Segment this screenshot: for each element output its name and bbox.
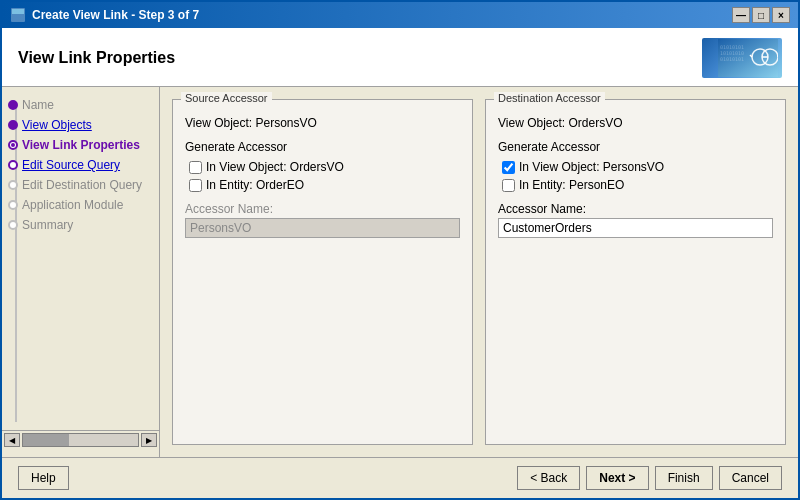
header-graphic: 01010101 10101010 01010101 bbox=[702, 38, 782, 78]
svg-rect-1 bbox=[12, 9, 24, 14]
finish-button[interactable]: Finish bbox=[655, 466, 713, 490]
sidebar-scrollbar-track[interactable] bbox=[22, 433, 139, 447]
footer-left: Help bbox=[18, 466, 69, 490]
source-accessor-name-input[interactable] bbox=[185, 218, 460, 238]
source-view-object-label: View Object: PersonsVO bbox=[185, 116, 460, 130]
sidebar-bullet-summary bbox=[8, 220, 18, 230]
title-bar-left: Create View Link - Step 3 of 7 bbox=[10, 7, 199, 23]
sidebar-bullet-view-objects bbox=[8, 120, 18, 130]
destination-generate-label: Generate Accessor bbox=[498, 140, 773, 154]
destination-checkbox2-row: In Entity: PersonEO bbox=[498, 178, 773, 192]
source-checkbox1[interactable] bbox=[189, 161, 202, 174]
sidebar-scrollbar-thumb[interactable] bbox=[23, 434, 69, 446]
source-checkbox2[interactable] bbox=[189, 179, 202, 192]
source-accessor-content: View Object: PersonsVO Generate Accessor… bbox=[173, 100, 472, 250]
sidebar-scroll-right-button[interactable]: ▶ bbox=[141, 433, 157, 447]
back-button[interactable]: < Back bbox=[517, 466, 580, 490]
destination-view-object-label: View Object: OrdersVO bbox=[498, 116, 773, 130]
sidebar-item-view-objects[interactable]: View Objects bbox=[2, 115, 159, 135]
source-checkbox1-row: In View Object: OrdersVO bbox=[185, 160, 460, 174]
source-accessor-name-label: Accessor Name: bbox=[185, 202, 460, 216]
source-accessor-panel: Source Accessor View Object: PersonsVO G… bbox=[172, 99, 473, 445]
destination-accessor-title: Destination Accessor bbox=[494, 92, 605, 104]
sidebar-item-view-link-properties: View Link Properties bbox=[2, 135, 159, 155]
sidebar-item-edit-source-query[interactable]: Edit Source Query bbox=[2, 155, 159, 175]
page-header: View Link Properties 01010101 10101010 0… bbox=[2, 28, 798, 87]
main-content: Source Accessor View Object: PersonsVO G… bbox=[160, 87, 798, 457]
destination-checkbox1-label: In View Object: PersonsVO bbox=[519, 160, 664, 174]
source-checkbox1-label: In View Object: OrdersVO bbox=[206, 160, 344, 174]
sidebar-bullet-application-module bbox=[8, 200, 18, 210]
svg-text:01010101: 01010101 bbox=[720, 56, 744, 62]
next-button[interactable]: Next > bbox=[586, 466, 648, 490]
destination-checkbox2[interactable] bbox=[502, 179, 515, 192]
destination-accessor-name-input[interactable] bbox=[498, 218, 773, 238]
sidebar-item-edit-destination-query: Edit Destination Query bbox=[2, 175, 159, 195]
destination-checkbox1[interactable] bbox=[502, 161, 515, 174]
footer-right: < Back Next > Finish Cancel bbox=[517, 466, 782, 490]
destination-checkbox2-label: In Entity: PersonEO bbox=[519, 178, 624, 192]
title-bar: Create View Link - Step 3 of 7 — □ × bbox=[2, 2, 798, 28]
sidebar-scroll: ◀ ▶ bbox=[2, 431, 159, 449]
destination-checkbox1-row: In View Object: PersonsVO bbox=[498, 160, 773, 174]
sidebar-scroll-left-button[interactable]: ◀ bbox=[4, 433, 20, 447]
cancel-button[interactable]: Cancel bbox=[719, 466, 782, 490]
destination-accessor-panel: Destination Accessor View Object: Orders… bbox=[485, 99, 786, 445]
sidebar-bullet-edit-destination-query bbox=[8, 180, 18, 190]
header-decoration-icon: 01010101 10101010 01010101 bbox=[718, 39, 778, 77]
sidebar-item-application-module: Application Module bbox=[2, 195, 159, 215]
sidebar: Name View Objects View Link Properties E… bbox=[2, 87, 160, 457]
window-icon bbox=[10, 7, 26, 23]
source-checkbox2-row: In Entity: OrderEO bbox=[185, 178, 460, 192]
close-button[interactable]: × bbox=[772, 7, 790, 23]
source-checkbox2-label: In Entity: OrderEO bbox=[206, 178, 304, 192]
content-area: Name View Objects View Link Properties E… bbox=[2, 87, 798, 457]
footer: Help < Back Next > Finish Cancel bbox=[2, 457, 798, 498]
sidebar-bullet-edit-source-query bbox=[8, 160, 18, 170]
help-button[interactable]: Help bbox=[18, 466, 69, 490]
sidebar-scrollbar-area: ◀ ▶ bbox=[2, 430, 159, 449]
source-generate-label: Generate Accessor bbox=[185, 140, 460, 154]
main-window: Create View Link - Step 3 of 7 — □ × Vie… bbox=[0, 0, 800, 500]
maximize-button[interactable]: □ bbox=[752, 7, 770, 23]
sidebar-bullet-name bbox=[8, 100, 18, 110]
minimize-button[interactable]: — bbox=[732, 7, 750, 23]
page-title: View Link Properties bbox=[18, 49, 175, 67]
sidebar-item-name: Name bbox=[2, 95, 159, 115]
source-accessor-title: Source Accessor bbox=[181, 92, 272, 104]
title-bar-buttons: — □ × bbox=[732, 7, 790, 23]
destination-accessor-content: View Object: OrdersVO Generate Accessor … bbox=[486, 100, 785, 250]
destination-accessor-name-label: Accessor Name: bbox=[498, 202, 773, 216]
window-title: Create View Link - Step 3 of 7 bbox=[32, 8, 199, 22]
sidebar-item-summary: Summary bbox=[2, 215, 159, 235]
sidebar-bullet-view-link-properties bbox=[8, 140, 18, 150]
